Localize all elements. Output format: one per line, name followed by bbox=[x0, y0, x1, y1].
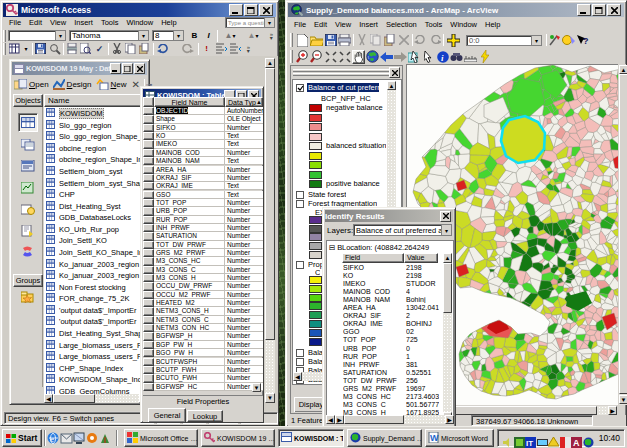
svg-text:e: e bbox=[50, 434, 54, 444]
svg-text:A: A bbox=[573, 438, 580, 448]
svg-text:IT: IT bbox=[526, 439, 533, 448]
svg-text:W: W bbox=[430, 433, 439, 443]
svg-text:?: ? bbox=[583, 36, 589, 46]
